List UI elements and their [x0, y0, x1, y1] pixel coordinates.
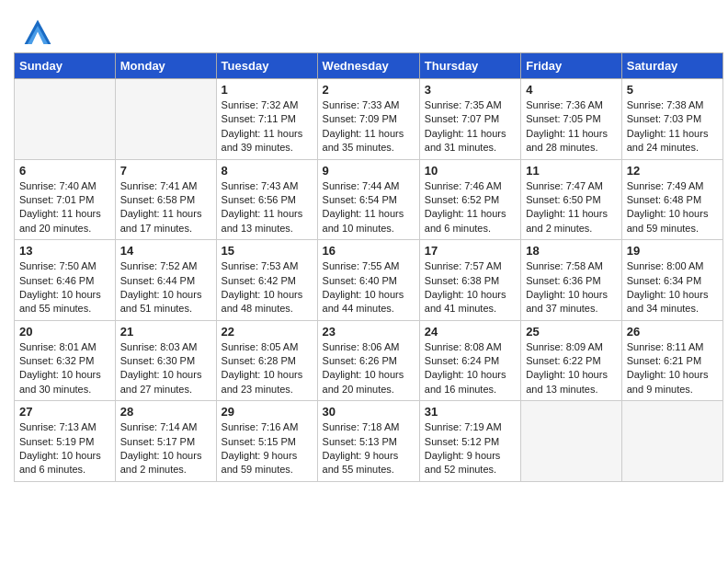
day-number: 28	[120, 405, 211, 419]
calendar-cell: 25Sunrise: 8:09 AM Sunset: 6:22 PM Dayli…	[521, 320, 621, 401]
day-info: Sunrise: 7:19 AM Sunset: 5:12 PM Dayligh…	[425, 420, 516, 477]
day-number: 8	[222, 164, 313, 178]
calendar-cell: 12Sunrise: 7:49 AM Sunset: 6:48 PM Dayli…	[621, 159, 722, 240]
day-info: Sunrise: 8:01 AM Sunset: 6:32 PM Dayligh…	[19, 340, 110, 397]
day-number: 21	[120, 325, 211, 339]
day-number: 31	[425, 405, 516, 419]
calendar-header-wednesday: Wednesday	[317, 53, 419, 79]
page-header	[9, 9, 719, 52]
day-number: 16	[323, 244, 415, 258]
calendar-cell: 23Sunrise: 8:06 AM Sunset: 6:26 PM Dayli…	[317, 320, 419, 401]
day-number: 27	[19, 405, 110, 419]
day-number: 3	[425, 83, 516, 97]
day-info: Sunrise: 8:09 AM Sunset: 6:22 PM Dayligh…	[526, 340, 616, 397]
calendar-cell: 28Sunrise: 7:14 AM Sunset: 5:17 PM Dayli…	[115, 401, 216, 482]
day-number: 26	[627, 325, 718, 339]
calendar-cell: 31Sunrise: 7:19 AM Sunset: 5:12 PM Dayli…	[419, 401, 520, 482]
day-info: Sunrise: 7:18 AM Sunset: 5:13 PM Dayligh…	[323, 420, 415, 477]
calendar-cell: 16Sunrise: 7:55 AM Sunset: 6:40 PM Dayli…	[317, 240, 419, 321]
day-number: 9	[323, 164, 415, 178]
calendar-cell: 29Sunrise: 7:16 AM Sunset: 5:15 PM Dayli…	[216, 401, 317, 482]
calendar-cell: 27Sunrise: 7:13 AM Sunset: 5:19 PM Dayli…	[15, 401, 116, 482]
calendar-week-4: 20Sunrise: 8:01 AM Sunset: 6:32 PM Dayli…	[15, 320, 723, 401]
day-number: 30	[323, 405, 415, 419]
day-info: Sunrise: 7:43 AM Sunset: 6:56 PM Dayligh…	[222, 179, 313, 236]
day-info: Sunrise: 8:05 AM Sunset: 6:28 PM Dayligh…	[222, 340, 313, 397]
calendar-cell: 21Sunrise: 8:03 AM Sunset: 6:30 PM Dayli…	[115, 320, 216, 401]
day-info: Sunrise: 7:36 AM Sunset: 7:05 PM Dayligh…	[526, 98, 616, 155]
calendar-cell	[15, 79, 116, 160]
calendar-header-row: SundayMondayTuesdayWednesdayThursdayFrid…	[15, 53, 723, 79]
day-info: Sunrise: 7:47 AM Sunset: 6:50 PM Dayligh…	[526, 179, 616, 236]
day-number: 13	[19, 244, 110, 258]
day-info: Sunrise: 7:50 AM Sunset: 6:46 PM Dayligh…	[19, 259, 110, 316]
day-number: 22	[222, 325, 313, 339]
calendar-cell: 6Sunrise: 7:40 AM Sunset: 7:01 PM Daylig…	[15, 159, 116, 240]
calendar-cell: 24Sunrise: 8:08 AM Sunset: 6:24 PM Dayli…	[419, 320, 520, 401]
day-number: 12	[627, 164, 718, 178]
calendar-cell	[115, 79, 216, 160]
day-number: 4	[526, 83, 616, 97]
calendar-cell	[621, 401, 722, 482]
calendar-cell: 22Sunrise: 8:05 AM Sunset: 6:28 PM Dayli…	[216, 320, 317, 401]
day-number: 18	[526, 244, 616, 258]
day-number: 14	[120, 244, 211, 258]
calendar-cell: 10Sunrise: 7:46 AM Sunset: 6:52 PM Dayli…	[419, 159, 520, 240]
day-number: 1	[222, 83, 313, 97]
calendar-cell: 8Sunrise: 7:43 AM Sunset: 6:56 PM Daylig…	[216, 159, 317, 240]
day-number: 10	[425, 164, 516, 178]
day-info: Sunrise: 8:11 AM Sunset: 6:21 PM Dayligh…	[627, 340, 718, 397]
calendar-cell: 11Sunrise: 7:47 AM Sunset: 6:50 PM Dayli…	[521, 159, 621, 240]
logo-icon	[23, 18, 52, 48]
day-number: 11	[526, 164, 616, 178]
day-info: Sunrise: 7:41 AM Sunset: 6:58 PM Dayligh…	[120, 179, 211, 236]
calendar-cell: 13Sunrise: 7:50 AM Sunset: 6:46 PM Dayli…	[15, 240, 116, 321]
calendar-cell: 7Sunrise: 7:41 AM Sunset: 6:58 PM Daylig…	[115, 159, 216, 240]
calendar-cell: 18Sunrise: 7:58 AM Sunset: 6:36 PM Dayli…	[521, 240, 621, 321]
calendar-cell: 9Sunrise: 7:44 AM Sunset: 6:54 PM Daylig…	[317, 159, 419, 240]
calendar-header-monday: Monday	[115, 53, 216, 79]
day-info: Sunrise: 7:14 AM Sunset: 5:17 PM Dayligh…	[120, 420, 211, 477]
day-info: Sunrise: 8:08 AM Sunset: 6:24 PM Dayligh…	[425, 340, 516, 397]
calendar-cell: 5Sunrise: 7:38 AM Sunset: 7:03 PM Daylig…	[621, 79, 722, 160]
day-info: Sunrise: 7:35 AM Sunset: 7:07 PM Dayligh…	[425, 98, 516, 155]
calendar-table: SundayMondayTuesdayWednesdayThursdayFrid…	[14, 52, 723, 482]
day-number: 24	[425, 325, 516, 339]
day-number: 25	[526, 325, 616, 339]
day-info: Sunrise: 7:55 AM Sunset: 6:40 PM Dayligh…	[323, 259, 415, 316]
day-number: 20	[19, 325, 110, 339]
day-info: Sunrise: 7:52 AM Sunset: 6:44 PM Dayligh…	[120, 259, 211, 316]
calendar-header-tuesday: Tuesday	[216, 53, 317, 79]
day-number: 29	[222, 405, 313, 419]
calendar-cell: 1Sunrise: 7:32 AM Sunset: 7:11 PM Daylig…	[216, 79, 317, 160]
day-number: 19	[627, 244, 718, 258]
calendar-cell: 20Sunrise: 8:01 AM Sunset: 6:32 PM Dayli…	[15, 320, 116, 401]
calendar-cell: 17Sunrise: 7:57 AM Sunset: 6:38 PM Dayli…	[419, 240, 520, 321]
day-number: 5	[627, 83, 718, 97]
calendar-cell: 2Sunrise: 7:33 AM Sunset: 7:09 PM Daylig…	[317, 79, 419, 160]
day-info: Sunrise: 7:49 AM Sunset: 6:48 PM Dayligh…	[627, 179, 718, 236]
calendar-week-3: 13Sunrise: 7:50 AM Sunset: 6:46 PM Dayli…	[15, 240, 723, 321]
day-info: Sunrise: 7:57 AM Sunset: 6:38 PM Dayligh…	[425, 259, 516, 316]
day-info: Sunrise: 7:16 AM Sunset: 5:15 PM Dayligh…	[222, 420, 313, 477]
calendar-cell: 26Sunrise: 8:11 AM Sunset: 6:21 PM Dayli…	[621, 320, 722, 401]
calendar-week-5: 27Sunrise: 7:13 AM Sunset: 5:19 PM Dayli…	[15, 401, 723, 482]
day-number: 15	[222, 244, 313, 258]
day-info: Sunrise: 7:38 AM Sunset: 7:03 PM Dayligh…	[627, 98, 718, 155]
day-info: Sunrise: 7:46 AM Sunset: 6:52 PM Dayligh…	[425, 179, 516, 236]
day-number: 6	[19, 164, 110, 178]
day-info: Sunrise: 7:40 AM Sunset: 7:01 PM Dayligh…	[19, 179, 110, 236]
day-info: Sunrise: 7:44 AM Sunset: 6:54 PM Dayligh…	[323, 179, 415, 236]
calendar-cell: 19Sunrise: 8:00 AM Sunset: 6:34 PM Dayli…	[621, 240, 722, 321]
day-info: Sunrise: 8:00 AM Sunset: 6:34 PM Dayligh…	[627, 259, 718, 316]
calendar-week-1: 1Sunrise: 7:32 AM Sunset: 7:11 PM Daylig…	[15, 79, 723, 160]
day-number: 23	[323, 325, 415, 339]
day-info: Sunrise: 7:58 AM Sunset: 6:36 PM Dayligh…	[526, 259, 616, 316]
day-info: Sunrise: 7:53 AM Sunset: 6:42 PM Dayligh…	[222, 259, 313, 316]
day-info: Sunrise: 8:03 AM Sunset: 6:30 PM Dayligh…	[120, 340, 211, 397]
calendar-cell: 30Sunrise: 7:18 AM Sunset: 5:13 PM Dayli…	[317, 401, 419, 482]
day-number: 17	[425, 244, 516, 258]
calendar-cell: 3Sunrise: 7:35 AM Sunset: 7:07 PM Daylig…	[419, 79, 520, 160]
calendar-week-2: 6Sunrise: 7:40 AM Sunset: 7:01 PM Daylig…	[15, 159, 723, 240]
calendar-header-sunday: Sunday	[15, 53, 116, 79]
